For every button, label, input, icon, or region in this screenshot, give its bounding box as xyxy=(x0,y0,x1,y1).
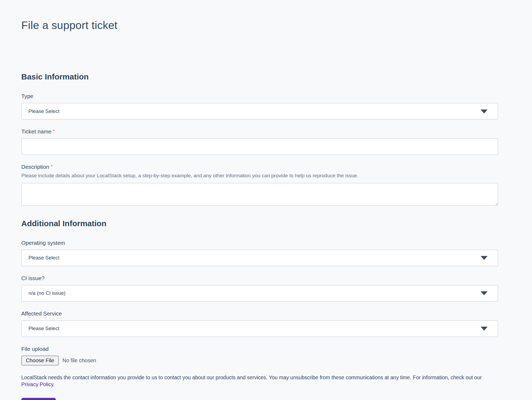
required-asterisk: * xyxy=(51,164,52,169)
ticket-name-label-text: Ticket name xyxy=(21,128,52,134)
field-type: Type Please Select xyxy=(21,93,498,120)
page-title: File a support ticket xyxy=(21,19,498,32)
operating-system-select-value: Please Select xyxy=(28,255,59,261)
field-ci-issue: CI issue? n/a (no CI issue) xyxy=(21,275,498,302)
type-select[interactable]: Please Select xyxy=(21,103,498,120)
description-label: Description* xyxy=(21,164,498,170)
operating-system-label: Operating system xyxy=(21,240,498,246)
field-operating-system: Operating system Please Select xyxy=(21,240,498,266)
chevron-down-icon xyxy=(481,256,488,260)
required-asterisk: * xyxy=(53,128,55,134)
ticket-name-label: Ticket name* xyxy=(21,128,498,135)
ci-issue-select-value: n/a (no CI issue) xyxy=(28,290,65,296)
file-upload-row: Choose File No file chosen xyxy=(21,356,498,365)
ci-issue-label: CI issue? xyxy=(21,275,498,281)
field-ticket-name: Ticket name* xyxy=(21,128,498,155)
affected-service-select-value: Please Select xyxy=(28,326,59,331)
affected-service-label: Affected Service xyxy=(21,310,498,317)
type-select-value: Please Select xyxy=(28,108,59,114)
privacy-notice-suffix: . xyxy=(53,381,55,387)
privacy-notice-text: LocalStack needs the contact information… xyxy=(21,374,482,380)
privacy-policy-link[interactable]: Privacy Policy xyxy=(21,381,53,387)
privacy-notice: LocalStack needs the contact information… xyxy=(21,374,498,388)
choose-file-button[interactable]: Choose File xyxy=(21,356,59,365)
chevron-down-icon xyxy=(481,327,488,331)
support-ticket-form: Basic Information Type Please Select Tic… xyxy=(21,72,498,400)
field-file-upload: File upload Choose File No file chosen xyxy=(21,346,498,365)
affected-service-select[interactable]: Please Select xyxy=(21,320,498,337)
support-ticket-page: File a support ticket Basic Information … xyxy=(0,0,532,400)
type-label: Type xyxy=(21,93,498,99)
description-textarea[interactable] xyxy=(21,183,498,206)
chevron-down-icon xyxy=(481,291,488,295)
section-heading-additional-information: Additional Information xyxy=(21,219,498,228)
file-upload-status: No file chosen xyxy=(63,357,96,364)
submit-button[interactable]: Submit xyxy=(21,398,56,400)
operating-system-select[interactable]: Please Select xyxy=(21,250,498,266)
description-help-text: Please include details about your LocalS… xyxy=(21,172,498,179)
field-description: Description* Please include details abou… xyxy=(21,164,498,206)
file-upload-label: File upload xyxy=(21,346,498,352)
chevron-down-icon xyxy=(481,110,488,113)
description-label-text: Description xyxy=(21,164,49,170)
ticket-name-input[interactable] xyxy=(21,138,498,155)
ci-issue-select[interactable]: n/a (no CI issue) xyxy=(21,285,498,302)
field-affected-service: Affected Service Please Select xyxy=(21,310,498,337)
section-heading-basic-information: Basic Information xyxy=(21,72,498,81)
